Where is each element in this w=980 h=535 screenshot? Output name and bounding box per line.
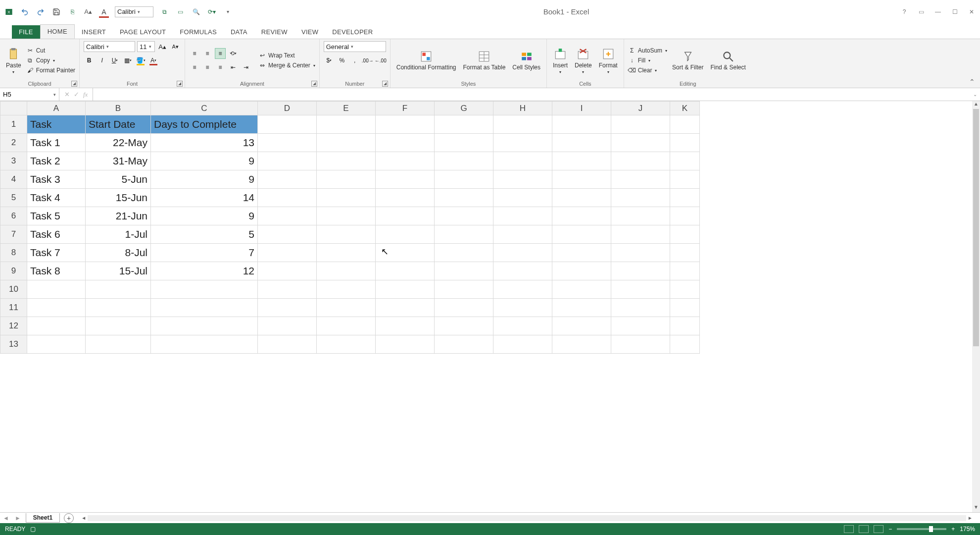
cell-A11[interactable]: [27, 299, 86, 317]
cell-D6[interactable]: [258, 207, 317, 225]
alignment-dialog-launcher[interactable]: ◢: [311, 81, 317, 87]
cell-E3[interactable]: [317, 152, 376, 170]
cell-B13[interactable]: [86, 335, 151, 354]
autosum-button[interactable]: ΣAutoSum▾: [628, 47, 667, 54]
cell-J12[interactable]: [611, 317, 670, 335]
row-header-1[interactable]: 1: [0, 115, 27, 134]
cell-A8[interactable]: Task 7: [27, 244, 86, 262]
cell-F9[interactable]: [376, 262, 435, 280]
align-left-button[interactable]: ≡: [189, 62, 200, 73]
col-header-G[interactable]: G: [435, 102, 493, 115]
cell-B11[interactable]: [86, 299, 151, 317]
cell-G10[interactable]: [435, 280, 493, 299]
cell-J4[interactable]: [611, 170, 670, 189]
cell-D3[interactable]: [258, 152, 317, 170]
cell-G1[interactable]: [435, 115, 493, 134]
cell-K9[interactable]: [670, 262, 700, 280]
conditional-formatting-button[interactable]: Conditional Formatting: [394, 49, 458, 72]
border-button[interactable]: ▦▾: [122, 55, 133, 66]
font-grow-icon[interactable]: A▴: [83, 7, 93, 17]
cell-G9[interactable]: [435, 262, 493, 280]
name-box[interactable]: ▾: [0, 88, 59, 101]
fill-button[interactable]: ↓Fill▾: [628, 56, 667, 64]
add-sheet-button[interactable]: +: [64, 513, 74, 523]
cell-G5[interactable]: [435, 189, 493, 207]
cell-E2[interactable]: [317, 134, 376, 152]
bold-button[interactable]: B: [84, 55, 95, 66]
cell-I9[interactable]: [552, 262, 611, 280]
cell-F10[interactable]: [376, 280, 435, 299]
cell-E12[interactable]: [317, 317, 376, 335]
row-header-7[interactable]: 7: [0, 225, 27, 244]
row-header-8[interactable]: 8: [0, 244, 27, 262]
tab-data[interactable]: DATA: [224, 25, 254, 39]
delete-cells-button[interactable]: Delete▾: [573, 46, 594, 75]
cell-D1[interactable]: [258, 115, 317, 134]
align-right-button[interactable]: ≡: [215, 62, 226, 73]
cell-G6[interactable]: [435, 207, 493, 225]
macro-record-icon[interactable]: ▢: [30, 526, 36, 533]
cell-I1[interactable]: [552, 115, 611, 134]
cell-I13[interactable]: [552, 335, 611, 354]
row-header-11[interactable]: 11: [0, 299, 27, 317]
tab-formulas[interactable]: FORMULAS: [173, 25, 224, 39]
cell-E5[interactable]: [317, 189, 376, 207]
align-bottom-button[interactable]: ≡: [215, 48, 226, 59]
insert-cells-button[interactable]: Insert▾: [551, 46, 570, 75]
cell-F6[interactable]: [376, 207, 435, 225]
cell-I3[interactable]: [552, 152, 611, 170]
cell-J3[interactable]: [611, 152, 670, 170]
cell-D9[interactable]: [258, 262, 317, 280]
cell-A9[interactable]: Task 8: [27, 262, 86, 280]
zoom-in-button[interactable]: +: [951, 526, 955, 533]
cut-button[interactable]: ✂Cut: [26, 47, 75, 54]
cell-A1[interactable]: Task: [27, 115, 86, 134]
copy-button[interactable]: ⧉Copy▾: [26, 56, 75, 64]
find-select-button[interactable]: Find & Select: [708, 49, 747, 72]
col-header-E[interactable]: E: [317, 102, 376, 115]
normal-view-button[interactable]: [844, 525, 854, 533]
cell-I11[interactable]: [552, 299, 611, 317]
shrink-font-button[interactable]: A▾: [170, 41, 181, 52]
tab-view[interactable]: VIEW: [294, 25, 325, 39]
horizontal-scrollbar[interactable]: ◄ ►: [80, 515, 974, 522]
scroll-up-icon[interactable]: ▲: [972, 101, 980, 109]
format-as-table-button[interactable]: Format as Table: [461, 49, 507, 72]
cell-A4[interactable]: Task 3: [27, 170, 86, 189]
row-header-2[interactable]: 2: [0, 134, 27, 152]
cell-K8[interactable]: [670, 244, 700, 262]
qat-icon-3[interactable]: ▭: [175, 7, 185, 17]
expand-formula-bar-icon[interactable]: ⌄: [973, 92, 977, 97]
cell-E1[interactable]: [317, 115, 376, 134]
increase-decimal-button[interactable]: .00→: [362, 55, 373, 66]
cell-I2[interactable]: [552, 134, 611, 152]
cell-F13[interactable]: [376, 335, 435, 354]
qat-icon-2[interactable]: ⧉: [159, 7, 169, 17]
col-header-I[interactable]: I: [552, 102, 611, 115]
grow-font-button[interactable]: A▴: [157, 41, 168, 52]
sheet-nav-next[interactable]: ►: [12, 515, 24, 522]
cell-A5[interactable]: Task 4: [27, 189, 86, 207]
cell-B2[interactable]: 22-May: [86, 134, 151, 152]
cell-J9[interactable]: [611, 262, 670, 280]
col-header-J[interactable]: J: [611, 102, 670, 115]
col-header-D[interactable]: D: [258, 102, 317, 115]
cell-J11[interactable]: [611, 299, 670, 317]
underline-button[interactable]: U▾: [109, 55, 120, 66]
cell-H3[interactable]: [493, 152, 552, 170]
cell-C4[interactable]: 9: [151, 170, 258, 189]
cancel-formula-icon[interactable]: ✕: [64, 91, 70, 98]
format-painter-button[interactable]: 🖌Format Painter: [26, 66, 75, 74]
cell-K7[interactable]: [670, 225, 700, 244]
col-header-K[interactable]: K: [670, 102, 700, 115]
cell-A6[interactable]: Task 5: [27, 207, 86, 225]
align-center-button[interactable]: ≡: [202, 62, 213, 73]
cell-H4[interactable]: [493, 170, 552, 189]
qat-icon-5[interactable]: ⟳▾: [207, 7, 217, 17]
cell-H6[interactable]: [493, 207, 552, 225]
cell-C13[interactable]: [151, 335, 258, 354]
cell-H5[interactable]: [493, 189, 552, 207]
cell-C8[interactable]: 7: [151, 244, 258, 262]
cell-E8[interactable]: [317, 244, 376, 262]
cell-H7[interactable]: [493, 225, 552, 244]
